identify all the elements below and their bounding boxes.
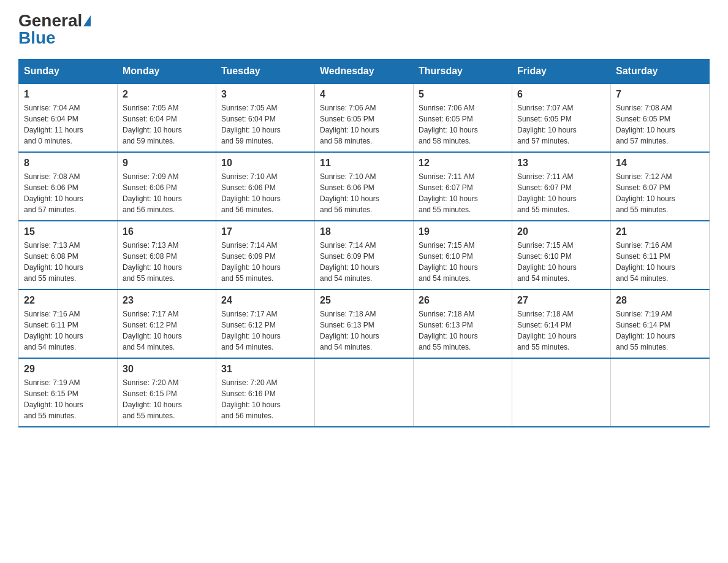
day-cell: 14Sunrise: 7:12 AMSunset: 6:07 PMDayligh… <box>611 152 710 221</box>
day-info: Sunrise: 7:04 AMSunset: 6:04 PMDaylight:… <box>24 102 112 147</box>
day-number: 4 <box>320 89 408 100</box>
day-number: 19 <box>419 226 507 237</box>
day-number: 25 <box>320 295 408 306</box>
logo-blue-text: Blue <box>18 29 56 47</box>
day-cell: 1Sunrise: 7:04 AMSunset: 6:04 PMDaylight… <box>19 83 118 152</box>
header-cell-friday: Friday <box>512 59 611 84</box>
day-number: 5 <box>419 89 507 100</box>
day-cell: 8Sunrise: 7:08 AMSunset: 6:06 PMDaylight… <box>19 152 118 221</box>
day-number: 31 <box>221 364 309 375</box>
day-number: 12 <box>419 158 507 169</box>
day-info: Sunrise: 7:13 AMSunset: 6:08 PMDaylight:… <box>123 240 211 284</box>
day-info: Sunrise: 7:19 AMSunset: 6:14 PMDaylight:… <box>616 308 704 353</box>
day-cell <box>414 358 512 427</box>
day-number: 8 <box>24 158 112 169</box>
day-info: Sunrise: 7:13 AMSunset: 6:08 PMDaylight:… <box>24 240 112 284</box>
day-info: Sunrise: 7:17 AMSunset: 6:12 PMDaylight:… <box>221 308 309 353</box>
day-cell: 19Sunrise: 7:15 AMSunset: 6:10 PMDayligh… <box>414 221 512 289</box>
day-cell <box>315 358 414 427</box>
day-info: Sunrise: 7:15 AMSunset: 6:10 PMDaylight:… <box>419 240 507 284</box>
day-cell: 18Sunrise: 7:14 AMSunset: 6:09 PMDayligh… <box>315 221 414 289</box>
header-cell-tuesday: Tuesday <box>216 59 315 84</box>
day-number: 14 <box>616 158 704 169</box>
day-info: Sunrise: 7:17 AMSunset: 6:12 PMDaylight:… <box>123 308 211 353</box>
day-info: Sunrise: 7:18 AMSunset: 6:13 PMDaylight:… <box>419 308 507 353</box>
day-cell: 9Sunrise: 7:09 AMSunset: 6:06 PMDaylight… <box>118 152 216 221</box>
day-number: 6 <box>517 89 605 100</box>
day-number: 21 <box>616 226 704 237</box>
day-info: Sunrise: 7:12 AMSunset: 6:07 PMDaylight:… <box>616 171 704 215</box>
day-cell: 6Sunrise: 7:07 AMSunset: 6:05 PMDaylight… <box>512 83 611 152</box>
header-cell-saturday: Saturday <box>611 59 710 84</box>
day-number: 15 <box>24 226 112 237</box>
day-cell: 2Sunrise: 7:05 AMSunset: 6:04 PMDaylight… <box>118 83 216 152</box>
header-cell-monday: Monday <box>118 59 216 84</box>
day-info: Sunrise: 7:16 AMSunset: 6:11 PMDaylight:… <box>616 240 704 284</box>
header-cell-wednesday: Wednesday <box>315 59 414 84</box>
day-number: 10 <box>221 158 309 169</box>
day-info: Sunrise: 7:14 AMSunset: 6:09 PMDaylight:… <box>320 240 408 284</box>
day-number: 23 <box>123 295 211 306</box>
day-info: Sunrise: 7:06 AMSunset: 6:05 PMDaylight:… <box>320 102 408 147</box>
day-cell: 5Sunrise: 7:06 AMSunset: 6:05 PMDaylight… <box>414 83 512 152</box>
day-cell: 7Sunrise: 7:08 AMSunset: 6:05 PMDaylight… <box>611 83 710 152</box>
day-cell: 23Sunrise: 7:17 AMSunset: 6:12 PMDayligh… <box>118 289 216 358</box>
week-row-5: 29Sunrise: 7:19 AMSunset: 6:15 PMDayligh… <box>19 358 710 427</box>
day-cell <box>512 358 611 427</box>
day-cell <box>611 358 710 427</box>
day-info: Sunrise: 7:08 AMSunset: 6:05 PMDaylight:… <box>616 102 704 147</box>
day-info: Sunrise: 7:20 AMSunset: 6:15 PMDaylight:… <box>123 377 211 421</box>
day-number: 24 <box>221 295 309 306</box>
day-number: 3 <box>221 89 309 100</box>
logo-general-text: General <box>18 12 82 29</box>
week-row-4: 22Sunrise: 7:16 AMSunset: 6:11 PMDayligh… <box>19 289 710 358</box>
day-info: Sunrise: 7:11 AMSunset: 6:07 PMDaylight:… <box>419 171 507 215</box>
header-row: SundayMondayTuesdayWednesdayThursdayFrid… <box>19 59 710 84</box>
day-info: Sunrise: 7:18 AMSunset: 6:13 PMDaylight:… <box>320 308 408 353</box>
day-info: Sunrise: 7:15 AMSunset: 6:10 PMDaylight:… <box>517 240 605 284</box>
day-number: 28 <box>616 295 704 306</box>
day-number: 1 <box>24 89 112 100</box>
day-cell: 30Sunrise: 7:20 AMSunset: 6:15 PMDayligh… <box>118 358 216 427</box>
day-info: Sunrise: 7:07 AMSunset: 6:05 PMDaylight:… <box>517 102 605 147</box>
day-number: 18 <box>320 226 408 237</box>
day-number: 30 <box>123 364 211 375</box>
day-number: 22 <box>24 295 112 306</box>
day-info: Sunrise: 7:14 AMSunset: 6:09 PMDaylight:… <box>221 240 309 284</box>
day-info: Sunrise: 7:09 AMSunset: 6:06 PMDaylight:… <box>123 171 211 215</box>
day-number: 26 <box>419 295 507 306</box>
week-row-1: 1Sunrise: 7:04 AMSunset: 6:04 PMDaylight… <box>19 83 710 152</box>
day-number: 17 <box>221 226 309 237</box>
header-cell-sunday: Sunday <box>19 59 118 84</box>
page-header: General Blue <box>18 12 710 47</box>
day-cell: 24Sunrise: 7:17 AMSunset: 6:12 PMDayligh… <box>216 289 315 358</box>
day-info: Sunrise: 7:10 AMSunset: 6:06 PMDaylight:… <box>221 171 309 215</box>
day-cell: 13Sunrise: 7:11 AMSunset: 6:07 PMDayligh… <box>512 152 611 221</box>
day-number: 16 <box>123 226 211 237</box>
logo-triangle-icon <box>83 15 91 26</box>
day-cell: 25Sunrise: 7:18 AMSunset: 6:13 PMDayligh… <box>315 289 414 358</box>
day-number: 13 <box>517 158 605 169</box>
day-number: 7 <box>616 89 704 100</box>
day-number: 29 <box>24 364 112 375</box>
day-cell: 16Sunrise: 7:13 AMSunset: 6:08 PMDayligh… <box>118 221 216 289</box>
day-info: Sunrise: 7:19 AMSunset: 6:15 PMDaylight:… <box>24 377 112 421</box>
day-cell: 28Sunrise: 7:19 AMSunset: 6:14 PMDayligh… <box>611 289 710 358</box>
day-info: Sunrise: 7:20 AMSunset: 6:16 PMDaylight:… <box>221 377 309 421</box>
day-cell: 11Sunrise: 7:10 AMSunset: 6:06 PMDayligh… <box>315 152 414 221</box>
day-info: Sunrise: 7:16 AMSunset: 6:11 PMDaylight:… <box>24 308 112 353</box>
day-cell: 31Sunrise: 7:20 AMSunset: 6:16 PMDayligh… <box>216 358 315 427</box>
day-info: Sunrise: 7:06 AMSunset: 6:05 PMDaylight:… <box>419 102 507 147</box>
calendar-table: SundayMondayTuesdayWednesdayThursdayFrid… <box>18 59 710 427</box>
day-info: Sunrise: 7:05 AMSunset: 6:04 PMDaylight:… <box>221 102 309 147</box>
day-cell: 10Sunrise: 7:10 AMSunset: 6:06 PMDayligh… <box>216 152 315 221</box>
day-number: 27 <box>517 295 605 306</box>
day-cell: 29Sunrise: 7:19 AMSunset: 6:15 PMDayligh… <box>19 358 118 427</box>
day-cell: 12Sunrise: 7:11 AMSunset: 6:07 PMDayligh… <box>414 152 512 221</box>
day-number: 20 <box>517 226 605 237</box>
day-number: 11 <box>320 158 408 169</box>
day-number: 2 <box>123 89 211 100</box>
day-cell: 26Sunrise: 7:18 AMSunset: 6:13 PMDayligh… <box>414 289 512 358</box>
day-info: Sunrise: 7:08 AMSunset: 6:06 PMDaylight:… <box>24 171 112 215</box>
day-cell: 27Sunrise: 7:18 AMSunset: 6:14 PMDayligh… <box>512 289 611 358</box>
